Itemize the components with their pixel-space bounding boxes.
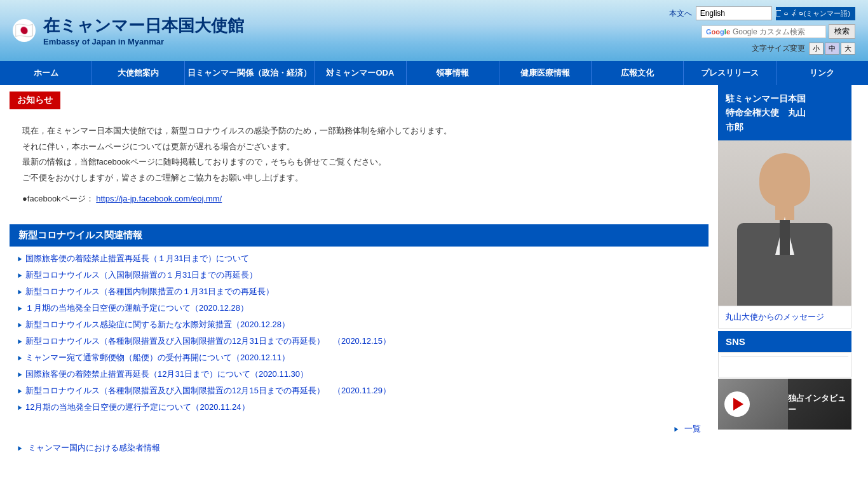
corona-link-item: 新型コロナウイルス（各種国内制限措置の１月31日までの再延長） [10,283,709,300]
facebook-link[interactable]: https://ja-jp.facebook.com/eoj.mm/ [96,194,222,203]
corona-link[interactable]: 新型コロナウイルス（各種制限措置及び入国制限措置の12月31日までの再延長） （… [25,336,391,346]
corona-links: 国際旅客便の着陸禁止措置再延長（１月31日まで）について新型コロナウイルス（入国… [10,247,709,419]
corona-link-item: 新型コロナウイルス（各種制限措置及び入国制限措置の12月15日までの再延長） （… [10,383,709,399]
google-logo: Google [706,28,730,36]
nav-item[interactable]: 健康医療情報 [499,61,592,85]
main-wrap: お知らせ 現在，在ミャンマー日本国大使館では，新型コロナウイルスの感染予防のため… [0,85,868,464]
ambassador-title-box: 駐ミャンマー日本国特命全権大使 丸山市郎 [718,85,851,140]
corona-link-item: 新型コロナウイルス（入国制限措置の１月31日までの再延長） [10,267,709,283]
nav-item[interactable]: 広報文化 [592,61,684,85]
bottom-link-row[interactable]: ミャンマー国内における感染者情報 [10,438,709,458]
notice-line: それに伴い，本ホームページについては更新が遅れる場合がございます。 [22,139,696,155]
corona-link[interactable]: 新型コロナウイルス感染症に関する新たな水際対策措置（2020.12.28） [25,320,290,329]
sns-label: SNS [726,336,745,347]
nav-item[interactable]: 日ミャンマー関係（政治・経済） [185,61,315,85]
search-input-wrap: Google [702,25,826,38]
interview-overlay: 独占インタビュー [788,379,851,430]
portrait-head [759,153,810,207]
play-triangle [733,398,743,410]
english-input[interactable] [696,6,772,20]
notice-line: ご不便をおかけしますが，皆さまのご理解とご協力をお願い申し上げます。 [22,170,696,186]
sns-content [718,352,851,377]
site-title-ja: 在ミャンマー日本国大使館 [43,15,244,37]
fontsize-small-button[interactable]: 小 [809,43,824,55]
corona-link[interactable]: 国際旅客便の着陸禁止措置再延長（12月31日まで）について（2020.11.30… [25,369,308,379]
ichiran-row[interactable]: 一覧 [10,419,709,438]
corona-link-item: 国際旅客便の着陸禁止措置再延長（12月31日まで）について（2020.11.30… [10,366,709,383]
sns-divider [721,356,848,357]
nav-item[interactable]: 対ミャンマーODA [315,61,407,85]
nav-item[interactable]: リンク [776,61,868,85]
search-input[interactable] [733,27,822,36]
main-navigation: ホーム大使館案内日ミャンマー関係（政治・経済）対ミャンマーODA領事情報健康医療… [0,61,868,85]
corona-link-item: ミャンマー宛て通常郵便物（船便）の受付再開について（2020.12.11） [10,349,709,366]
myanmar-button[interactable]: မြန်မာ(ミャンマー語) [776,7,855,20]
corona-section-title: 新型コロナウイルス関連情報 [10,224,709,247]
page-header: 🇯🇵 在ミャンマー日本国大使館 Embassy of Japan in Myan… [0,0,868,61]
facebook-prefix: ●facebookページ： [22,194,94,203]
corona-link-item: １月期の当地発全日空便の運航予定について（2020.12.28） [10,300,709,316]
fontsize-medium-button[interactable]: 中 [825,43,839,55]
ichiran-link[interactable]: 一覧 [684,424,701,433]
flag-icon: 🇯🇵 [13,19,36,42]
corona-link-item: 国際旅客便の着陸禁止措置再延長（１月31日まで）について [10,250,709,267]
notice-banner: お知らせ [10,92,60,109]
corona-link-item: 12月期の当地発全日空便の運行予定について（2020.11.24） [10,399,709,416]
header-right: 本文へ မြန်မာ(ミャンマー語) Google 検索 文字サイズ変更 小 中… [669,6,855,55]
ambassador-message-text: 丸山大使からのメッセージ [725,312,824,322]
ambassador-message-link[interactable]: 丸山大使からのメッセージ [718,306,851,329]
fontsize-large-button[interactable]: 大 [841,43,855,55]
corona-link-item: 新型コロナウイルス感染症に関する新たな水際対策措置（2020.12.28） [10,316,709,333]
fontsize-row: 文字サイズ変更 小 中 大 [752,43,855,55]
search-button[interactable]: 検索 [829,24,855,39]
nav-item[interactable]: 領事情報 [407,61,499,85]
play-icon [724,391,750,417]
corona-link-item: 新型コロナウイルス（各種制限措置及び入国制限措置の12月31日までの再延長） （… [10,333,709,349]
corona-link[interactable]: 国際旅客便の着陸禁止措置再延長（１月31日まで）について [25,254,249,263]
sidebar: 駐ミャンマー日本国特命全権大使 丸山市郎 丸山大使からのメッセージ SNS [718,85,851,464]
corona-section: 新型コロナウイルス関連情報 国際旅客便の着陸禁止措置再延長（１月31日まで）につ… [10,224,709,438]
notice-line: 最新の情報は，当館facebookページに随時掲載しておりますので，そちらも併せ… [22,154,696,170]
notice-line: 現在，在ミャンマー日本国大使館では，新型コロナウイルスの感染予防のため，一部勤務… [22,123,696,139]
search-row: Google 検索 [702,24,855,39]
bottom-link[interactable]: ミャンマー国内における感染者情報 [28,443,160,452]
corona-link[interactable]: 新型コロナウイルス（各種制限措置及び入国制限措置の12月15日までの再延長） （… [25,386,391,395]
site-title-block: 在ミャンマー日本国大使館 Embassy of Japan in Myanmar [43,15,244,46]
portrait-tie [780,220,790,255]
notice-box: 現在，在ミャンマー日本国大使館では，新型コロナウイルスの感染予防のため，一部勤務… [10,117,709,219]
interview-label: 独占インタビュー [788,393,851,416]
interview-box[interactable]: 独占インタビュー [718,379,851,430]
corona-link[interactable]: 12月期の当地発全日空便の運行予定について（2020.11.24） [25,402,250,412]
honbun-link[interactable]: 本文へ [669,8,692,19]
corona-link[interactable]: 新型コロナウイルス（各種国内制限措置の１月31日までの再延長） [25,287,274,296]
ambassador-photo [718,140,851,306]
lang-row: 本文へ မြန်မာ(ミャンマー語) [669,6,855,20]
nav-item[interactable]: 大使館案内 [92,61,184,85]
main-content: お知らせ 現在，在ミャンマー日本国大使館では，新型コロナウイルスの感染予防のため… [0,85,718,464]
header-left: 🇯🇵 在ミャンマー日本国大使館 Embassy of Japan in Myan… [13,15,244,46]
corona-link[interactable]: ミャンマー宛て通常郵便物（船便）の受付再開について（2020.12.11） [25,353,290,362]
nav-item[interactable]: ホーム [0,61,92,85]
sns-title-box: SNS [718,331,851,352]
ambassador-portrait [718,140,851,306]
ambassador-title-text: 駐ミャンマー日本国特命全権大使 丸山市郎 [726,93,806,132]
notice-facebook-row: ●facebookページ： https://ja-jp.facebook.com… [22,191,696,207]
corona-link[interactable]: 新型コロナウイルス（入国制限措置の１月31日までの再延長） [25,270,257,280]
fontsize-label: 文字サイズ変更 [752,43,805,54]
site-title-en: Embassy of Japan in Myanmar [43,37,244,46]
nav-item[interactable]: プレスリリース [684,61,776,85]
corona-link[interactable]: １月期の当地発全日空便の運航予定について（2020.12.28） [25,303,248,313]
